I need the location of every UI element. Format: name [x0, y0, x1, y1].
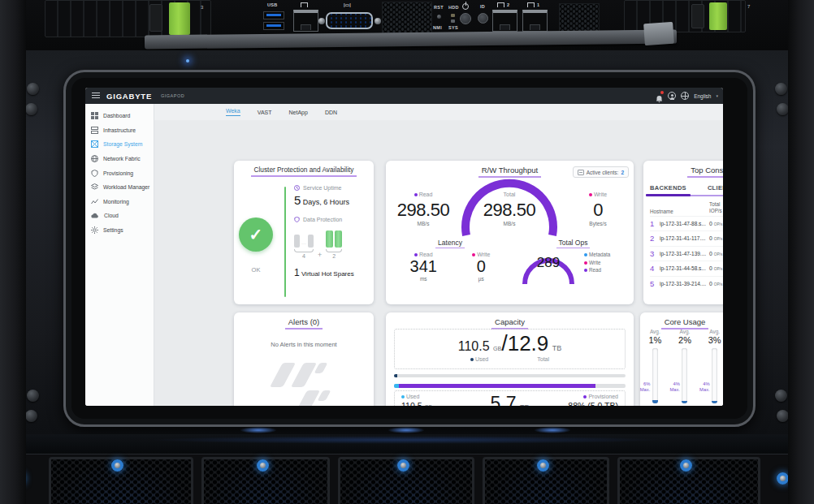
- gear-icon: [91, 226, 98, 234]
- latency-write: Write 0 µs: [472, 252, 490, 282]
- clock-icon: [294, 185, 300, 191]
- card-title: Capacity: [386, 312, 634, 330]
- provisioning-icon: [91, 170, 98, 177]
- provisioned-detail: Provisioned 88% (5.0 TB): [568, 394, 618, 406]
- latency-section: Latency Read 341 ms Write 0 µs: [392, 239, 508, 282]
- notification-badge: [660, 91, 664, 94]
- chevron-down-icon[interactable]: ▾: [716, 93, 718, 98]
- status-led: [186, 59, 189, 62]
- core-max-label: 4%Max.: [695, 381, 710, 394]
- fan-thumbscrew: [537, 459, 549, 472]
- menu-icon[interactable]: [92, 93, 100, 99]
- sidebar-item-storage-system[interactable]: Storage System: [85, 137, 154, 152]
- vga-port: [326, 12, 373, 29]
- rack-rail-right: [788, 0, 814, 504]
- throughput-card: R/W Throughput Active clients: 2 Read 29…: [386, 161, 634, 304]
- core-col-frontend: Avg. 1% 6%Max.: [642, 329, 668, 403]
- sys-label: SYS: [448, 25, 458, 30]
- notifications-bell-icon[interactable]: [656, 92, 663, 100]
- hdd-led: [451, 14, 455, 17]
- id-button: [478, 13, 488, 24]
- service-uptime-value: 5 Days, 6 Hours: [294, 193, 370, 207]
- panel-screw: [27, 390, 39, 402]
- drive-bay-right: [624, 0, 746, 32]
- vga-screw-left: [318, 18, 325, 24]
- monitor-panel: GIGABYTE GIGAPOD English ▾: [0, 50, 814, 434]
- status-label: OK: [239, 266, 273, 274]
- core-max-label: 6%Max.: [635, 381, 650, 394]
- panel-screw: [777, 410, 789, 422]
- lan2-icon: [497, 2, 504, 7]
- usb-port-top: [263, 11, 284, 19]
- rail-bracket: [643, 22, 674, 45]
- panel-screw: [25, 410, 37, 422]
- hot-spares: 1 Virtual Hot Spares: [294, 267, 370, 278]
- sys-led: [451, 19, 455, 23]
- latency-read: Read 341 ms: [410, 252, 437, 282]
- sidebar-item-infrastructure[interactable]: Infrastructure: [85, 123, 154, 138]
- fan-row: [0, 454, 814, 504]
- infrastructure-icon: [91, 127, 98, 134]
- drive-latch-handle: [691, 4, 704, 28]
- rack-ear-thumbscrew: [777, 472, 789, 485]
- alerts-empty-message: No Alerts in this moment: [234, 341, 374, 348]
- power-icon: [462, 3, 469, 10]
- fan-thumbscrew: [111, 459, 123, 472]
- parity-count: 2: [326, 253, 342, 259]
- workload-manager-icon: [91, 183, 98, 191]
- core-col-compute: Avg. 2% 4%Max.: [672, 329, 698, 403]
- network-fabric-icon: [91, 155, 98, 162]
- consumer-row[interactable]: 5 ip-172-31-39-214.... 0 OP/s 0 Bytes/s: [650, 276, 723, 291]
- core-col-drives: Avg. 3% 4%Max.: [702, 329, 723, 403]
- tab-ddn[interactable]: DDN: [325, 110, 337, 115]
- drive-bay-number-left: 3: [201, 5, 203, 10]
- user-avatar-icon[interactable]: [668, 92, 676, 100]
- tab-backends[interactable]: BACKENDS: [650, 184, 686, 192]
- consumer-row[interactable]: 2 ip-172-31-41-117.... 0 OP/s 0 Bytes/s: [650, 230, 723, 246]
- card-title: Core Usage: [640, 312, 723, 330]
- cloud-icon: [91, 212, 99, 219]
- deck-glow: [146, 436, 666, 444]
- mgmt-lan-icon: [301, 2, 308, 7]
- consumers-tabs: BACKENDS CLIENTS: [650, 184, 723, 196]
- total-ops-section: Total Ops 289 Metadata Write Read: [514, 239, 632, 300]
- core-max-label: 4%Max.: [665, 381, 680, 394]
- drive-bay-number-right: 7: [747, 4, 750, 9]
- sidebar-item-cloud[interactable]: Cloud: [85, 209, 154, 223]
- usb-label: USB: [267, 2, 278, 7]
- tab-vast[interactable]: VAST: [258, 110, 272, 115]
- language-selector[interactable]: English: [694, 93, 711, 99]
- core-usage-card: Core Usage Avg. 1% 6%Max. Avg. 2% 4%: [640, 312, 723, 406]
- tab-clients[interactable]: CLIENTS: [708, 184, 723, 192]
- panel-screw: [25, 103, 37, 115]
- drive-green-latch: [709, 2, 727, 30]
- core-bar: [682, 348, 687, 403]
- sidebar-item-settings[interactable]: Settings: [85, 223, 154, 238]
- card-title: Cluster Protection and Availability: [234, 161, 374, 177]
- lan1-label: 1: [537, 2, 539, 7]
- top-consumers-card: Top Consumers BACKENDS CLIENTS Hostname …: [643, 161, 723, 304]
- ops-legend: Metadata Write Read: [584, 252, 610, 275]
- consumer-row[interactable]: 1 ip-172-31-47-88.s... 0 OP/s 0 Bytes/s: [650, 216, 723, 231]
- vent-mesh: [382, 2, 432, 36]
- nmi-label: NMI: [433, 25, 442, 30]
- sidebar-item-monitoring[interactable]: Monitoring: [85, 195, 154, 209]
- sidebar-item-dashboard[interactable]: Dashboard: [85, 109, 154, 123]
- tab-weka[interactable]: Weka: [226, 108, 240, 116]
- data-stripe-count: 4: [294, 253, 314, 259]
- capacity-detail-box: Used 110.5 GB 5.7 TB Provisioned 88% (5.…: [394, 390, 626, 406]
- vendor-tabbar: Weka VAST NetApp DDN: [154, 104, 723, 120]
- consumer-row[interactable]: 4 ip-172-31-44-58.s... 0 OP/s 0 Bytes/s: [650, 261, 723, 276]
- tab-netapp[interactable]: NetApp: [289, 110, 308, 115]
- card-title: Alerts (0): [234, 312, 374, 330]
- sidebar-item-provisioning[interactable]: Provisioning: [85, 166, 154, 180]
- panel-screw: [27, 83, 39, 95]
- id-label: ID: [480, 4, 485, 9]
- consumer-row[interactable]: 3 ip-172-31-47-139.... 0 OP/s 0 Bytes/s: [650, 246, 723, 261]
- language-globe-icon[interactable]: [681, 92, 689, 100]
- used-capacity-value: 110.5: [458, 339, 490, 353]
- divider: [284, 187, 286, 297]
- vga-icon: |▭|: [344, 2, 351, 7]
- sidebar-item-workload-manager[interactable]: Workload Manager: [85, 180, 154, 195]
- sidebar-item-network-fabric[interactable]: Network Fabric: [85, 152, 154, 166]
